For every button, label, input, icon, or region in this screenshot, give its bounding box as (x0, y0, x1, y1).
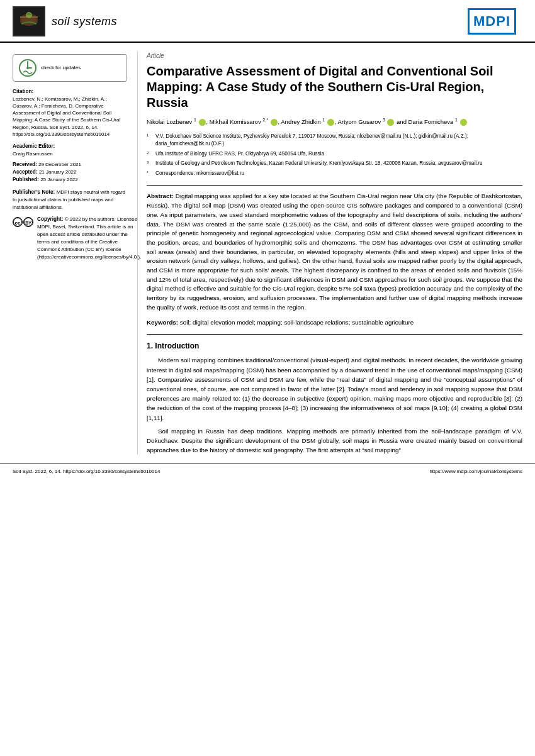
author-komissarov: Mikhail Komissarov 2,* (210, 118, 268, 125)
copyright-label: Copyright: (37, 216, 63, 222)
affil-text-1: V.V. Dokuchaev Soil Science Institute, P… (155, 133, 522, 148)
journal-logo (13, 6, 45, 36)
received-text: 29 December 2021 (38, 162, 81, 167)
page-header: soil systems MDPI (0, 0, 535, 43)
affil-star: * Correspondence: mkomissarov@list.ru (147, 170, 522, 177)
affil-num-2: 2 (147, 150, 153, 158)
keywords-text: soil; digital elevation model; mapping; … (180, 319, 414, 326)
accepted-text: 21 January 2022 (39, 169, 77, 175)
accepted-label: Accepted: (13, 169, 38, 175)
article-type-label: Article (147, 52, 522, 61)
abstract-label: Abstract: (147, 192, 174, 199)
authors-line: Nikolai Lozbenev 1 , Mikhail Komissarov … (147, 117, 522, 126)
published-row: Published: 25 January 2022 (13, 176, 127, 184)
svg-point-6 (26, 67, 29, 69)
orcid-zhidkin (327, 119, 334, 126)
abstract-text: Digital mapping was applied for a key si… (147, 192, 522, 310)
affil-text-star: Correspondence: mkomissarov@list.ru (155, 170, 244, 177)
abstract-section: Abstract: Digital mapping was applied fo… (147, 192, 522, 312)
citation-box: Citation: Lozbenev, N.; Komissarov, M.; … (13, 88, 127, 138)
orcid-komissarov (271, 119, 278, 126)
affil-text-3: Institute of Geology and Petroleum Techn… (155, 160, 483, 168)
check-updates-text: check for updates (41, 65, 81, 71)
published-label: Published: (13, 177, 39, 182)
affil-num-3: 3 (147, 160, 153, 168)
affil-3: 3 Institute of Geology and Petroleum Tec… (147, 160, 522, 168)
keywords-section: Keywords: soil; digital elevation model;… (147, 318, 522, 328)
cc-icons: cc BY (13, 217, 33, 227)
academic-editor: Academic Editor: Craig Rasmussen (13, 143, 127, 157)
orcid-fomicheva (460, 119, 467, 126)
received-label: Received: (13, 162, 37, 167)
author-fomicheva: Daria Fomicheva 1 (408, 118, 458, 125)
author-zhidkin: Andrey Zhidkin 1 (281, 118, 325, 125)
publisher-note-label: Publisher’s Note: (13, 189, 55, 195)
section1-heading: 1. Introduction (147, 341, 522, 352)
section1-para2: Soil mapping in Russia has deep traditio… (147, 426, 522, 455)
affil-num-1: 1 (147, 133, 153, 148)
orcid-lozbenev (199, 119, 206, 126)
divider-1 (147, 185, 522, 186)
section1-para1: Modern soil mapping combines traditional… (147, 355, 522, 422)
article-title: Comparative Assessment of Digital and Co… (147, 64, 522, 111)
published-text: 25 January 2022 (40, 177, 78, 182)
publisher-note: Publisher’s Note: MDPI stays neutral wit… (13, 189, 127, 211)
cc-license-box: cc BY Copyright: © 2022 by the authors. … (13, 216, 127, 260)
sidebar: check for updates Citation: Lozbenev, N.… (13, 52, 137, 455)
check-updates-icon (18, 58, 37, 77)
editor-text: Craig Rasmussen (13, 150, 127, 157)
citation-text: Lozbenev, N.; Komissarov, M.; Zhidkin, A… (13, 96, 127, 138)
header-left: soil systems (13, 6, 117, 36)
author-lozbenev: Nikolai Lozbenev 1 (147, 118, 196, 125)
content-wrapper: check for updates Citation: Lozbenev, N.… (0, 43, 535, 455)
affiliations: 1 V.V. Dokuchaev Soil Science Institute,… (147, 133, 522, 178)
footer-left: Soil Syst. 2022, 6, 14. https://doi.org/… (13, 468, 160, 475)
divider-2 (147, 334, 522, 335)
affil-2: 2 Ufa Institute of Biology UFRC RAS, Pr.… (147, 150, 522, 158)
and-label: and (397, 118, 408, 125)
svg-text:BY: BY (25, 221, 31, 225)
orcid-gusarov (387, 119, 394, 126)
accepted-row: Accepted: 21 January 2022 (13, 169, 127, 176)
footer-right: https://www.mdpi.com/journal/soilsystems (429, 468, 522, 475)
keywords-label: Keywords: (147, 319, 178, 326)
journal-name: soil systems (52, 13, 117, 30)
affil-text-2: Ufa Institute of Biology UFRC RAS, Pr. O… (155, 150, 324, 158)
citation-label: Citation: (13, 88, 127, 96)
check-updates-box[interactable]: check for updates (13, 54, 127, 82)
by-icon: BY (23, 217, 33, 227)
copyright-text: Copyright: © 2022 by the authors. Licens… (37, 216, 141, 260)
author-gusarov: Artyom Gusarov 3 (338, 118, 385, 125)
cc-icon: cc (13, 217, 23, 227)
copyright-body: © 2022 by the authors. Licensee MDPI, Ba… (37, 216, 141, 259)
editor-label: Academic Editor: (13, 143, 55, 149)
svg-text:cc: cc (15, 220, 21, 226)
mdpi-logo: MDPI (468, 8, 516, 35)
page-footer: Soil Syst. 2022, 6, 14. https://doi.org/… (0, 464, 535, 479)
affil-1: 1 V.V. Dokuchaev Soil Science Institute,… (147, 133, 522, 148)
main-content: Article Comparative Assessment of Digita… (137, 52, 522, 455)
received-row: Received: 29 December 2021 (13, 161, 127, 169)
affil-num-star: * (147, 170, 153, 177)
